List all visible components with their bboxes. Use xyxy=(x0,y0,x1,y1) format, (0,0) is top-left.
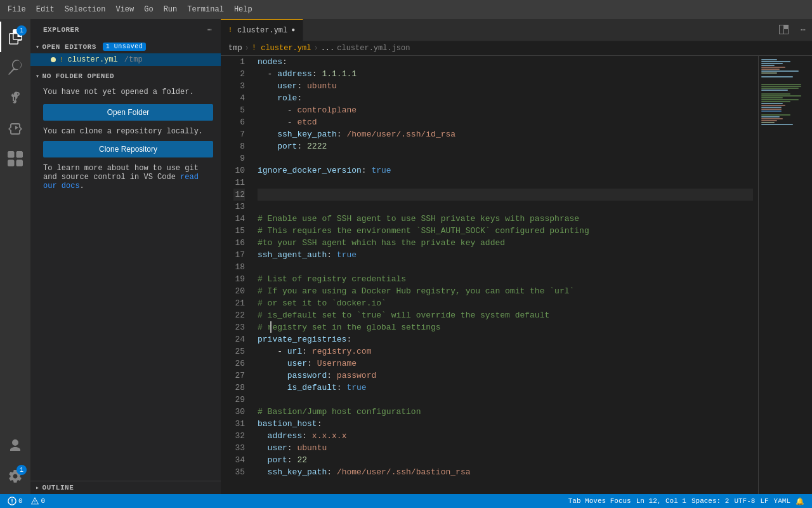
code-line-6: - etcd xyxy=(258,116,753,128)
activity-account[interactable] xyxy=(0,431,30,461)
code-line-8: port: 2222 xyxy=(258,140,753,152)
no-folder-section-header[interactable]: ▾ No Folder Opened xyxy=(30,70,221,83)
activity-source-control[interactable] xyxy=(0,83,30,113)
learn-end: . xyxy=(80,182,84,190)
clone-repository-button[interactable]: Clone Repository xyxy=(43,141,213,157)
menu-bar: File Edit Selection View Go Run Terminal… xyxy=(0,0,812,19)
code-line-10: ignore_docker_version: true xyxy=(258,164,753,177)
warning-icon xyxy=(30,497,39,505)
code-line-12 xyxy=(258,189,753,201)
code-line-16: #to your SSH agent which has the private… xyxy=(258,237,753,249)
code-area[interactable]: nodes: - address: 1.1.1.1 user: ubuntu r… xyxy=(252,56,758,494)
split-editor-button[interactable] xyxy=(775,19,793,41)
breadcrumb-sep2: › xyxy=(313,44,318,53)
learn-text: To learn more about how to use git and s… xyxy=(43,164,199,182)
code-line-2: - address: 1.1.1.1 xyxy=(258,68,753,80)
open-editors-chevron: ▾ xyxy=(36,43,40,51)
outline-label: Outline xyxy=(43,484,74,491)
tab-moves-focus[interactable]: Tab Moves Focus xyxy=(566,497,634,505)
minimap xyxy=(758,56,812,494)
open-editors-section[interactable]: ▾ Open Editors 1 Unsaved xyxy=(30,40,221,53)
code-line-30: # Bastion/Jump host configuration xyxy=(258,406,753,418)
more-actions-button[interactable]: ⋯ xyxy=(794,19,812,41)
code-line-1: nodes: xyxy=(258,56,753,68)
activity-explorer[interactable]: 1 xyxy=(0,22,30,52)
menu-go[interactable]: Go xyxy=(139,4,158,15)
status-bell[interactable]: 🔔 xyxy=(793,497,807,505)
minimap-content xyxy=(759,56,812,494)
breadcrumb: tmp › ! cluster.yml › ... cluster.yml.js… xyxy=(221,41,812,56)
tab-actions: ⋯ xyxy=(775,19,812,41)
status-warnings[interactable]: 0 xyxy=(28,497,48,505)
code-line-15: # This requires the environment `SSH_AUT… xyxy=(258,225,753,237)
menu-edit[interactable]: Edit xyxy=(31,4,60,15)
code-line-31: bastion_host: xyxy=(258,418,753,430)
status-language[interactable]: YAML xyxy=(771,497,793,505)
outline-header[interactable]: ▸ Outline xyxy=(30,481,221,494)
learn-more-text: To learn more about how to use git and s… xyxy=(43,164,213,190)
code-line-24: private_registries: xyxy=(258,333,753,345)
no-folder-chevron: ▾ xyxy=(36,72,40,80)
spaces-label: Spaces: 2 xyxy=(691,497,729,505)
tab-modified-dot: ● xyxy=(291,27,295,34)
sidebar-more-button[interactable]: ⋯ xyxy=(206,24,213,35)
code-line-17: ssh_agent_auth: true xyxy=(258,249,753,261)
breadcrumb-file[interactable]: ! cluster.yml xyxy=(252,44,311,53)
code-line-29 xyxy=(258,394,753,406)
menu-terminal[interactable]: Terminal xyxy=(182,4,229,15)
breadcrumb-json[interactable]: cluster.yml.json xyxy=(337,44,410,53)
tab-filename: cluster.yml xyxy=(237,26,287,35)
activity-settings[interactable]: 1 xyxy=(0,461,30,491)
code-line-34: port: 22 xyxy=(258,454,753,466)
activity-search[interactable] xyxy=(0,52,30,83)
code-line-20: # If you are using a Docker Hub registry… xyxy=(258,285,753,297)
code-line-7: ssh_key_path: /home/user/.ssh/id_rsa xyxy=(258,128,753,140)
open-folder-button[interactable]: Open Folder xyxy=(43,104,213,121)
tab-moves-focus-label: Tab Moves Focus xyxy=(568,497,631,505)
code-line-35: ssh_key_path: /home/user/.ssh/bastion_rs… xyxy=(258,466,753,478)
menu-selection[interactable]: Selection xyxy=(60,4,111,15)
activity-bar-bottom: 1 xyxy=(0,431,30,494)
open-editor-item[interactable]: ! cluster.yml /tmp xyxy=(30,53,221,66)
explorer-badge: 1 xyxy=(16,25,27,36)
code-line-3: user: ubuntu xyxy=(258,80,753,92)
code-line-33: user: ubuntu xyxy=(258,442,753,454)
code-line-14: # Enable use of SSH agent to use SSH pri… xyxy=(258,213,753,225)
warning-count: 0 xyxy=(41,497,46,505)
breadcrumb-root[interactable]: tmp xyxy=(228,44,242,53)
breadcrumb-sep1: › xyxy=(245,44,249,53)
status-position[interactable]: Ln 12, Col 1 xyxy=(634,497,689,505)
code-line-26: user: Username xyxy=(258,358,753,370)
menu-view[interactable]: View xyxy=(110,4,139,15)
activity-run-debug[interactable] xyxy=(0,113,30,144)
editor-tab[interactable]: ! cluster.yml ● xyxy=(221,19,303,41)
outline-chevron: ▸ xyxy=(36,484,40,491)
exclaim-icon: ! xyxy=(60,56,64,64)
code-line-32: address: x.x.x.x xyxy=(258,430,753,442)
status-spaces[interactable]: Spaces: 2 xyxy=(689,497,731,505)
menu-file[interactable]: File xyxy=(3,4,31,15)
menu-help[interactable]: Help xyxy=(229,4,258,15)
code-line-25: - url: registry.com xyxy=(258,345,753,358)
no-folder-section: You have not yet opened a folder. Open F… xyxy=(30,83,221,193)
code-line-5: - controlplane xyxy=(258,104,753,116)
status-errors[interactable]: 0 xyxy=(5,497,25,505)
modified-dot xyxy=(51,57,56,62)
bell-icon: 🔔 xyxy=(796,497,804,505)
status-right: Tab Moves Focus Ln 12, Col 1 Spaces: 2 U… xyxy=(566,497,807,505)
error-icon xyxy=(8,497,16,505)
outline-section: ▸ Outline xyxy=(30,481,221,494)
tab-bar: ! cluster.yml ● ⋯ xyxy=(221,19,812,41)
code-line-18 xyxy=(258,261,753,273)
sidebar-header-icons: ⋯ xyxy=(206,24,213,35)
code-line-27: password: password xyxy=(258,370,753,382)
code-line-23: # registry set in the global settings xyxy=(258,321,753,333)
breadcrumb-dots[interactable]: ... xyxy=(321,44,335,53)
activity-bar: 1 1 xyxy=(0,19,30,494)
status-encoding[interactable]: UTF-8 xyxy=(731,497,757,505)
menu-run[interactable]: Run xyxy=(159,4,183,15)
activity-extensions[interactable] xyxy=(0,144,30,174)
unsaved-badge: 1 Unsaved xyxy=(103,43,147,51)
code-line-28: is_default: true xyxy=(258,382,753,394)
status-line-ending[interactable]: LF xyxy=(757,497,771,505)
